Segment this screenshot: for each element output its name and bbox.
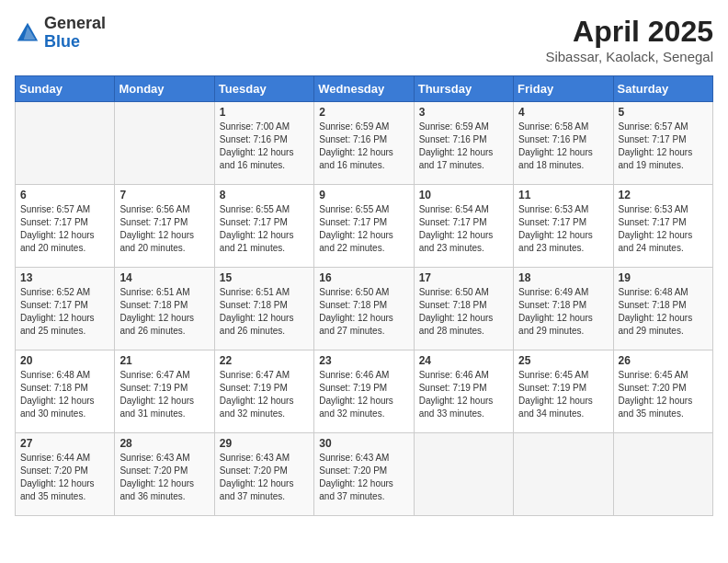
calendar-day-cell: 30Sunrise: 6:43 AM Sunset: 7:20 PM Dayli… — [314, 433, 414, 516]
calendar-day-cell: 19Sunrise: 6:48 AM Sunset: 7:18 PM Dayli… — [613, 268, 712, 350]
calendar-day-cell — [514, 433, 613, 516]
day-info: Sunrise: 6:55 AM Sunset: 7:17 PM Dayligh… — [220, 203, 309, 255]
calendar-day-cell: 6Sunrise: 6:57 AM Sunset: 7:17 PM Daylig… — [16, 185, 115, 268]
calendar-day-cell: 27Sunrise: 6:44 AM Sunset: 7:20 PM Dayli… — [16, 433, 115, 516]
calendar-day-cell: 24Sunrise: 6:46 AM Sunset: 7:19 PM Dayli… — [414, 350, 513, 433]
day-info: Sunrise: 6:57 AM Sunset: 7:17 PM Dayligh… — [619, 121, 708, 172]
day-number: 16 — [319, 271, 408, 284]
calendar-day-cell: 4Sunrise: 6:58 AM Sunset: 7:16 PM Daylig… — [514, 102, 613, 185]
calendar-weekday-header: Saturday — [613, 76, 712, 102]
calendar-weekday-header: Friday — [514, 76, 613, 102]
calendar-header-row: SundayMondayTuesdayWednesdayThursdayFrid… — [16, 76, 713, 102]
day-info: Sunrise: 6:48 AM Sunset: 7:18 PM Dayligh… — [619, 286, 708, 338]
calendar-day-cell: 10Sunrise: 6:54 AM Sunset: 7:17 PM Dayli… — [414, 185, 513, 268]
day-info: Sunrise: 6:45 AM Sunset: 7:20 PM Dayligh… — [619, 369, 708, 420]
day-number: 8 — [220, 189, 309, 201]
calendar-day-cell: 13Sunrise: 6:52 AM Sunset: 7:17 PM Dayli… — [16, 268, 115, 350]
calendar-day-cell: 23Sunrise: 6:46 AM Sunset: 7:19 PM Dayli… — [314, 350, 414, 433]
day-number: 13 — [20, 271, 109, 284]
day-number: 6 — [20, 189, 109, 201]
calendar-day-cell: 26Sunrise: 6:45 AM Sunset: 7:20 PM Dayli… — [613, 350, 712, 433]
calendar-week-row: 6Sunrise: 6:57 AM Sunset: 7:17 PM Daylig… — [16, 185, 713, 268]
day-number: 12 — [619, 189, 708, 201]
day-info: Sunrise: 6:59 AM Sunset: 7:16 PM Dayligh… — [419, 121, 508, 172]
day-info: Sunrise: 6:51 AM Sunset: 7:18 PM Dayligh… — [220, 286, 309, 338]
day-info: Sunrise: 6:43 AM Sunset: 7:20 PM Dayligh… — [119, 452, 209, 503]
day-info: Sunrise: 6:55 AM Sunset: 7:17 PM Dayligh… — [319, 203, 408, 255]
calendar-day-cell: 16Sunrise: 6:50 AM Sunset: 7:18 PM Dayli… — [314, 268, 414, 350]
day-number: 30 — [319, 437, 408, 450]
day-info: Sunrise: 6:46 AM Sunset: 7:19 PM Dayligh… — [319, 369, 408, 420]
calendar-day-cell: 20Sunrise: 6:48 AM Sunset: 7:18 PM Dayli… — [16, 350, 115, 433]
calendar-day-cell: 18Sunrise: 6:49 AM Sunset: 7:18 PM Dayli… — [514, 268, 613, 350]
calendar-title: April 2025 — [545, 15, 713, 49]
day-info: Sunrise: 6:57 AM Sunset: 7:17 PM Dayligh… — [20, 203, 109, 255]
day-number: 15 — [220, 271, 309, 284]
logo-icon — [15, 20, 40, 46]
day-number: 20 — [20, 354, 109, 367]
day-info: Sunrise: 6:50 AM Sunset: 7:18 PM Dayligh… — [419, 286, 508, 338]
calendar-day-cell: 8Sunrise: 6:55 AM Sunset: 7:17 PM Daylig… — [214, 185, 313, 268]
calendar-day-cell: 7Sunrise: 6:56 AM Sunset: 7:17 PM Daylig… — [115, 185, 214, 268]
calendar-day-cell — [414, 433, 513, 516]
day-number: 3 — [419, 106, 508, 119]
day-info: Sunrise: 6:45 AM Sunset: 7:19 PM Dayligh… — [518, 369, 608, 420]
calendar-day-cell: 2Sunrise: 6:59 AM Sunset: 7:16 PM Daylig… — [314, 102, 414, 185]
day-info: Sunrise: 6:48 AM Sunset: 7:18 PM Dayligh… — [20, 369, 109, 420]
calendar-day-cell: 12Sunrise: 6:53 AM Sunset: 7:17 PM Dayli… — [613, 185, 712, 268]
day-number: 7 — [119, 189, 209, 201]
day-info: Sunrise: 6:54 AM Sunset: 7:17 PM Dayligh… — [419, 203, 508, 255]
day-info: Sunrise: 6:59 AM Sunset: 7:16 PM Dayligh… — [319, 121, 408, 172]
calendar-week-row: 13Sunrise: 6:52 AM Sunset: 7:17 PM Dayli… — [16, 268, 713, 350]
calendar-day-cell: 14Sunrise: 6:51 AM Sunset: 7:18 PM Dayli… — [115, 268, 214, 350]
day-number: 14 — [119, 271, 209, 284]
day-info: Sunrise: 6:44 AM Sunset: 7:20 PM Dayligh… — [20, 452, 109, 503]
day-number: 2 — [319, 106, 408, 119]
calendar-day-cell — [115, 102, 214, 185]
day-number: 29 — [220, 437, 309, 450]
day-info: Sunrise: 6:53 AM Sunset: 7:17 PM Dayligh… — [518, 203, 608, 255]
day-number: 4 — [518, 106, 608, 119]
day-number: 22 — [220, 354, 309, 367]
day-number: 1 — [220, 106, 309, 119]
day-number: 11 — [518, 189, 608, 201]
calendar-day-cell: 25Sunrise: 6:45 AM Sunset: 7:19 PM Dayli… — [514, 350, 613, 433]
calendar-table: SundayMondayTuesdayWednesdayThursdayFrid… — [15, 75, 713, 516]
day-number: 24 — [419, 354, 508, 367]
page-header: General Blue April 2025 Sibassar, Kaolac… — [15, 15, 713, 64]
calendar-weekday-header: Sunday — [16, 76, 115, 102]
calendar-week-row: 1Sunrise: 7:00 AM Sunset: 7:16 PM Daylig… — [16, 102, 713, 185]
day-number: 5 — [619, 106, 708, 119]
calendar-day-cell: 9Sunrise: 6:55 AM Sunset: 7:17 PM Daylig… — [314, 185, 414, 268]
calendar-day-cell: 15Sunrise: 6:51 AM Sunset: 7:18 PM Dayli… — [214, 268, 313, 350]
day-number: 18 — [518, 271, 608, 284]
day-info: Sunrise: 6:50 AM Sunset: 7:18 PM Dayligh… — [319, 286, 408, 338]
calendar-day-cell: 11Sunrise: 6:53 AM Sunset: 7:17 PM Dayli… — [514, 185, 613, 268]
calendar-day-cell: 22Sunrise: 6:47 AM Sunset: 7:19 PM Dayli… — [214, 350, 313, 433]
calendar-weekday-header: Tuesday — [214, 76, 313, 102]
day-number: 26 — [619, 354, 708, 367]
day-number: 17 — [419, 271, 508, 284]
day-number: 23 — [319, 354, 408, 367]
calendar-subtitle: Sibassar, Kaolack, Senegal — [545, 49, 713, 64]
day-info: Sunrise: 6:49 AM Sunset: 7:18 PM Dayligh… — [518, 286, 608, 338]
calendar-day-cell — [16, 102, 115, 185]
day-number: 10 — [419, 189, 508, 201]
calendar-day-cell: 29Sunrise: 6:43 AM Sunset: 7:20 PM Dayli… — [214, 433, 313, 516]
calendar-day-cell: 21Sunrise: 6:47 AM Sunset: 7:19 PM Dayli… — [115, 350, 214, 433]
day-number: 21 — [119, 354, 209, 367]
day-info: Sunrise: 6:47 AM Sunset: 7:19 PM Dayligh… — [119, 369, 209, 420]
calendar-day-cell: 1Sunrise: 7:00 AM Sunset: 7:16 PM Daylig… — [214, 102, 313, 185]
day-info: Sunrise: 6:51 AM Sunset: 7:18 PM Dayligh… — [119, 286, 209, 338]
day-info: Sunrise: 6:43 AM Sunset: 7:20 PM Dayligh… — [220, 452, 309, 503]
logo-text: General Blue — [44, 15, 106, 52]
calendar-week-row: 20Sunrise: 6:48 AM Sunset: 7:18 PM Dayli… — [16, 350, 713, 433]
calendar-weekday-header: Thursday — [414, 76, 513, 102]
calendar-weekday-header: Monday — [115, 76, 214, 102]
day-info: Sunrise: 6:53 AM Sunset: 7:17 PM Dayligh… — [619, 203, 708, 255]
day-info: Sunrise: 6:46 AM Sunset: 7:19 PM Dayligh… — [419, 369, 508, 420]
day-info: Sunrise: 6:52 AM Sunset: 7:17 PM Dayligh… — [20, 286, 109, 338]
day-info: Sunrise: 7:00 AM Sunset: 7:16 PM Dayligh… — [220, 121, 309, 172]
day-info: Sunrise: 6:47 AM Sunset: 7:19 PM Dayligh… — [220, 369, 309, 420]
calendar-day-cell: 17Sunrise: 6:50 AM Sunset: 7:18 PM Dayli… — [414, 268, 513, 350]
